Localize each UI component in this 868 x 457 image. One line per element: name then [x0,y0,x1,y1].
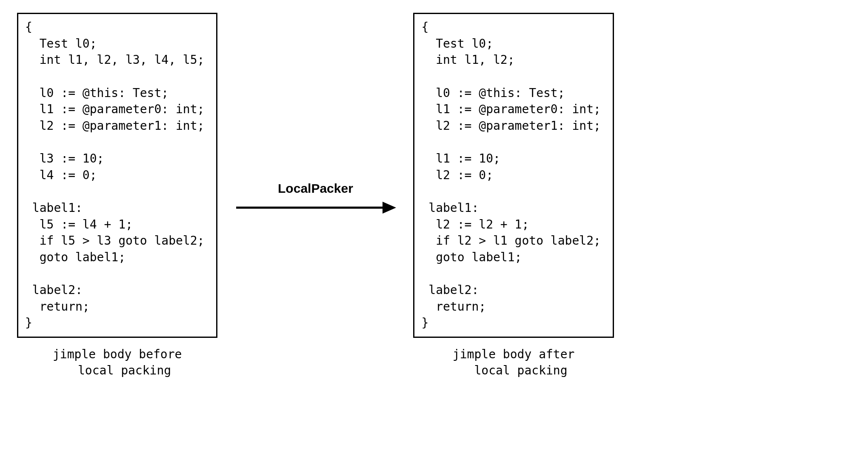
arrow-label: LocalPacker [278,181,353,196]
left-panel: { Test l0; int l1, l2, l3, l4, l5; l0 :=… [17,13,217,378]
svg-marker-1 [383,202,396,214]
code-after: { Test l0; int l1, l2; l0 := @this: Test… [413,13,614,338]
arrow-column: LocalPacker [234,13,396,444]
caption-before: jimple body before local packing [53,346,182,379]
arrow-right-icon [234,199,396,216]
right-panel: { Test l0; int l1, l2; l0 := @this: Test… [413,13,614,378]
code-before: { Test l0; int l1, l2, l3, l4, l5; l0 :=… [17,13,217,338]
caption-after: jimple body after local packing [453,346,575,379]
